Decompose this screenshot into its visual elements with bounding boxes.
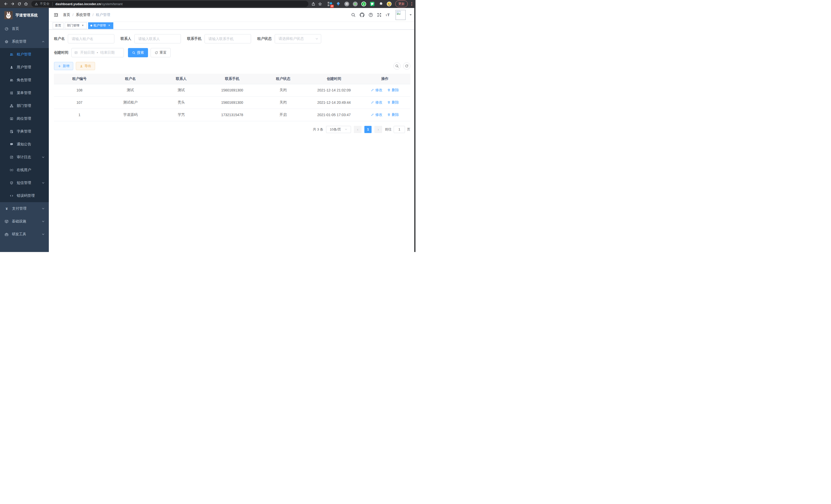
share-button[interactable] (310, 1, 317, 7)
sidebar-item-payment[interactable]: 支付管理 (0, 202, 49, 215)
sidebar-item-label: 错误码管理 (17, 194, 35, 198)
edit-link[interactable]: 修改 (371, 113, 382, 117)
extension-badge: 10 (330, 5, 334, 8)
extension-recorder-icon[interactable] (353, 2, 358, 6)
status-select[interactable]: 请选择租户状态 (275, 34, 321, 43)
navbar-right (351, 10, 412, 20)
font-size-button[interactable] (385, 13, 391, 17)
breadcrumb-item[interactable]: 首页 (63, 12, 70, 17)
sidebar-item-tenant[interactable]: 租户管理 (0, 48, 49, 61)
filter-label: 联系人 (120, 36, 131, 41)
extensions-puzzle-button[interactable] (378, 2, 383, 6)
gear-icon (5, 40, 8, 44)
sidebar-item-user[interactable]: 用户管理 (0, 61, 49, 74)
share-icon (311, 2, 315, 6)
column-tenant-name: 租户名 (105, 74, 156, 84)
header-search-button[interactable] (351, 12, 355, 17)
page-size-select[interactable]: 10条/页 (326, 126, 351, 133)
extension-chat-icon[interactable] (370, 2, 375, 6)
delete-link[interactable]: 删除 (387, 88, 399, 92)
refresh-table-button[interactable] (403, 62, 410, 69)
cell-contact: 秃头 (156, 96, 207, 109)
window-right-edge (414, 8, 416, 252)
next-page-button[interactable]: › (374, 126, 382, 133)
breadcrumb-item[interactable]: 系统管理 (76, 12, 90, 17)
sidebar-item-menu-manage[interactable]: 菜单管理 (0, 87, 49, 99)
browser-reload-button[interactable] (16, 1, 23, 7)
sidebar-item-audit-log[interactable]: 审计日志 (0, 151, 49, 164)
sidebar-item-dict[interactable]: 字典管理 (0, 125, 49, 138)
tenant-name-input[interactable] (68, 34, 114, 43)
delete-link[interactable]: 删除 (387, 100, 399, 105)
broken-image-icon (396, 10, 401, 16)
sidebar-item-label: 字典管理 (17, 129, 31, 134)
main-area: 首页 / 系统管理 / 租户管理 首页 部门管理 × 租户管理 × (49, 8, 416, 252)
toggle-search-button[interactable] (393, 62, 401, 69)
column-actions: 操作 (360, 74, 410, 84)
shield-check-icon (10, 181, 13, 185)
add-button[interactable]: 新增 (54, 62, 73, 70)
tab-label: 租户管理 (93, 23, 106, 28)
sidebar-toggle-button[interactable] (53, 11, 59, 18)
extension-grid-icon[interactable]: 10 (327, 2, 332, 6)
filter-tenant-name: 租户名 (54, 34, 114, 43)
sidebar-item-post[interactable]: 岗位管理 (0, 112, 49, 125)
sidebar-item-system[interactable]: 系统管理 (0, 35, 49, 48)
table-row: 107 测试租户 秃头 15601691300 关闭 2021-12-14 20… (54, 96, 410, 109)
date-range-picker[interactable]: 开始日期 - 结束日期 (71, 48, 124, 57)
browser-forward-button[interactable] (9, 1, 16, 7)
security-warning-icon (35, 2, 38, 6)
prev-page-button[interactable]: ‹ (354, 126, 362, 133)
address-bar[interactable]: 不安全 dashboard.yudao.iocoder.cn/system/te… (31, 1, 308, 7)
sidebar-item-dept[interactable]: 部门管理 (0, 99, 49, 112)
sidebar-item-dev-tools[interactable]: 研发工具 (0, 228, 49, 241)
sidebar-item-notice[interactable]: 通知公告 (0, 138, 49, 151)
search-button[interactable]: 搜索 (128, 48, 148, 57)
tab-dept[interactable]: 部门管理 × (65, 22, 87, 29)
browser-home-button[interactable] (23, 1, 29, 7)
github-link[interactable] (360, 12, 365, 18)
browser-back-button[interactable] (3, 1, 9, 7)
bookmark-star-button[interactable] (317, 1, 323, 7)
extension-balloon-icon[interactable] (336, 2, 341, 6)
tab-home[interactable]: 首页 (53, 22, 63, 29)
fullscreen-icon (377, 12, 381, 17)
contact-input[interactable] (134, 34, 181, 43)
browser-update-button[interactable]: 更新 (395, 1, 408, 7)
extension-command-icon[interactable]: ⌘ (344, 2, 349, 6)
extension-y-logo-icon[interactable]: y (361, 2, 366, 6)
sidebar-item-home[interactable]: 首页 (0, 22, 49, 35)
search-icon (351, 12, 355, 17)
grid-square-icon (327, 4, 329, 6)
tab-tenant-active[interactable]: 租户管理 × (88, 22, 113, 29)
user-avatar[interactable] (396, 10, 406, 20)
edit-note-icon (10, 155, 13, 159)
edit-link[interactable]: 修改 (371, 88, 382, 92)
help-button[interactable] (369, 12, 373, 17)
profile-avatar-icon[interactable] (387, 2, 392, 6)
export-button[interactable]: 导出 (76, 62, 95, 70)
sidebar-item-sms[interactable]: 短信管理 (0, 176, 49, 189)
plus-icon (58, 64, 61, 68)
edit-link[interactable]: 修改 (371, 100, 382, 105)
delete-label: 删除 (392, 88, 399, 92)
sidebar-item-error-code[interactable]: 错误码管理 (0, 189, 49, 202)
monitor-icon (5, 219, 8, 224)
phone-input[interactable] (204, 34, 251, 43)
close-icon[interactable]: × (107, 24, 111, 28)
fullscreen-button[interactable] (377, 12, 381, 17)
page-number-1[interactable]: 1 (364, 126, 372, 133)
close-icon[interactable]: × (81, 24, 85, 28)
sidebar-item-infrastructure[interactable]: 基础设施 (0, 215, 49, 228)
goto-page-input[interactable] (394, 126, 405, 133)
breadcrumb-separator: / (92, 13, 93, 17)
avatar-caret-icon[interactable] (409, 14, 412, 17)
delete-link[interactable]: 删除 (387, 113, 399, 117)
page-unit-label: 页 (407, 127, 410, 132)
sidebar-item-role[interactable]: 角色管理 (0, 74, 49, 87)
sidebar-item-online-users[interactable]: 在线用户 (0, 164, 49, 176)
browser-menu-button[interactable] (411, 1, 413, 6)
app-logo-row[interactable]: 芋道管理系统 (0, 8, 49, 22)
refresh-icon (155, 51, 158, 55)
reset-button[interactable]: 重置 (150, 48, 171, 57)
